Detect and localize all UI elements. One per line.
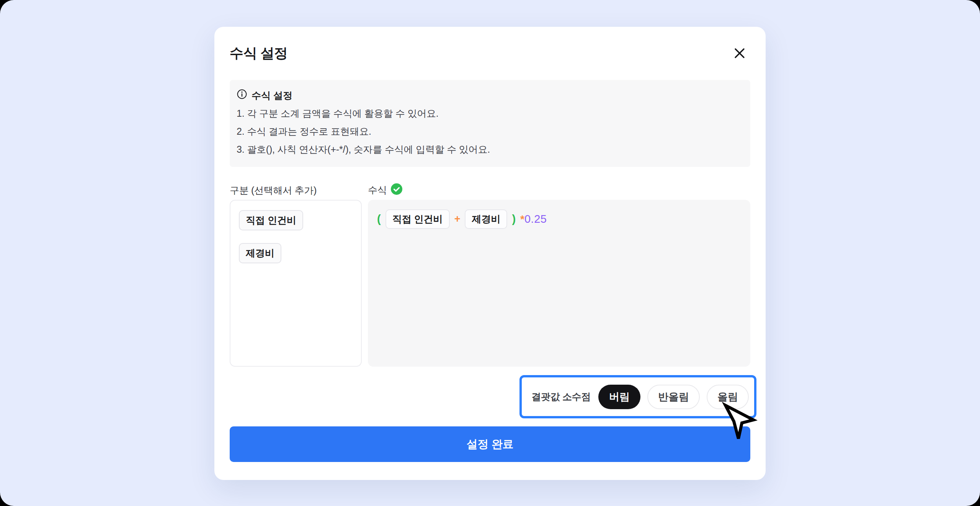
categories-label-wrap: 구분 (선택해서 추가) <box>230 184 368 196</box>
formula-label-wrap: 수식 <box>368 184 403 196</box>
info-box: 수식 설정 1. 각 구분 소계 금액을 수식에 활용할 수 있어요. 2. 수… <box>230 80 750 167</box>
formula-panel[interactable]: ( 직접 인건비 + 제경비 ) * 0.25 <box>368 200 750 367</box>
rounding-highlight-box: 결괏값 소수점 버림 반올림 올림 <box>519 375 756 418</box>
info-item: 1. 각 구분 소계 금액을 수식에 활용할 수 있어요. <box>237 104 743 122</box>
rounding-option-ceil[interactable]: 올림 <box>707 385 749 409</box>
formula-expression: ( 직접 인건비 + 제경비 ) * 0.25 <box>377 209 741 229</box>
rounding-label: 결괏값 소수점 <box>531 390 591 403</box>
info-title: 수식 설정 <box>252 89 292 102</box>
categories-label: 구분 (선택해서 추가) <box>230 185 317 196</box>
close-icon <box>733 47 746 61</box>
rounding-row: 결괏값 소수점 버림 반올림 올림 <box>230 375 756 418</box>
formula-label: 수식 <box>368 184 387 196</box>
info-icon <box>237 89 247 102</box>
section-labels-row: 구분 (선택해서 추가) 수식 <box>230 184 750 196</box>
formula-open-paren: ( <box>377 213 381 225</box>
info-item: 3. 괄호(), 사칙 연산자(+-*/), 숫자를 수식에 입력할 수 있어요… <box>237 140 743 158</box>
formula-close-paren: ) <box>512 213 516 225</box>
panels-row: 직접 인건비 제경비 ( 직접 인건비 + 제경비 ) * 0.25 <box>230 200 750 367</box>
formula-multiply-operator: * <box>520 213 524 225</box>
page-background: 수식 설정 수식 설 <box>0 0 980 506</box>
info-title-row: 수식 설정 <box>237 88 743 103</box>
category-chip[interactable]: 직접 인건비 <box>239 210 303 230</box>
category-chip[interactable]: 제경비 <box>239 243 281 263</box>
formula-operand-chip[interactable]: 제경비 <box>465 209 507 229</box>
modal-header: 수식 설정 <box>230 45 750 61</box>
formula-valid-check-icon <box>390 183 403 197</box>
formula-plus-operator: + <box>454 213 461 225</box>
formula-number: 0.25 <box>524 213 547 225</box>
categories-panel: 직접 인건비 제경비 <box>230 200 362 367</box>
rounding-option-round[interactable]: 반올림 <box>647 385 700 409</box>
rounding-option-floor[interactable]: 버림 <box>598 385 640 409</box>
submit-button[interactable]: 설정 완료 <box>230 426 750 462</box>
formula-multiplier: * 0.25 <box>520 213 547 225</box>
formula-settings-modal: 수식 설정 수식 설 <box>214 27 766 480</box>
info-list: 1. 각 구분 소계 금액을 수식에 활용할 수 있어요. 2. 수식 결과는 … <box>237 104 743 158</box>
modal-title: 수식 설정 <box>230 45 750 61</box>
info-item: 2. 수식 결과는 정수로 표현돼요. <box>237 122 743 140</box>
formula-operand-chip[interactable]: 직접 인건비 <box>385 209 450 229</box>
close-button[interactable] <box>732 46 747 61</box>
